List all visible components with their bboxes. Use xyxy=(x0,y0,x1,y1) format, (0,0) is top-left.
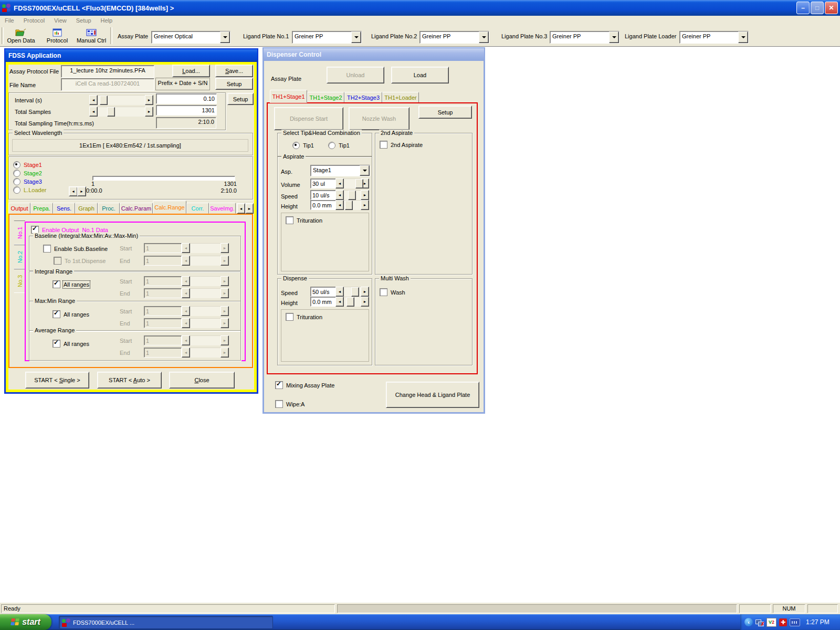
scroll-left-icon[interactable]: ◄ xyxy=(335,190,344,200)
menu-help[interactable]: Help xyxy=(96,17,118,24)
open-data-button[interactable]: Open Data xyxy=(5,26,37,45)
chevron-down-icon[interactable] xyxy=(360,165,370,176)
range-right-button[interactable]: ► xyxy=(77,186,86,196)
disp-trituration-checkbox[interactable]: Trituration xyxy=(286,313,322,321)
asp-height-input[interactable] xyxy=(310,200,337,210)
chevron-down-icon[interactable] xyxy=(351,32,361,43)
wipe-a-checkbox[interactable]: Wipe:A xyxy=(275,400,304,408)
volume-scrollbar[interactable]: ◄ ► xyxy=(335,178,369,188)
fdss-window-titlebar[interactable]: FDSS Application xyxy=(5,49,257,62)
samples-scroll-track[interactable] xyxy=(98,107,145,117)
asp-speed-scroll-thumb[interactable] xyxy=(348,191,356,200)
asp-combo[interactable]: Stage1 xyxy=(310,165,370,176)
radio-icon[interactable] xyxy=(328,142,335,149)
asp-speed-input[interactable] xyxy=(310,190,337,200)
scroll-left-icon[interactable]: ◄ xyxy=(335,200,344,210)
scroll-left-icon[interactable]: ◄ xyxy=(89,107,98,117)
scroll-right-icon[interactable]: ► xyxy=(361,200,369,210)
disp-speed-scroll-track[interactable] xyxy=(344,287,361,297)
menu-setup[interactable]: Setup xyxy=(71,17,96,24)
asp-speed-scroll-track[interactable] xyxy=(344,190,361,200)
tab-prepa[interactable]: Prepa. xyxy=(30,203,53,214)
mixing-assay-plate-checkbox[interactable]: Mixing Assay Plate xyxy=(275,381,334,389)
disp-speed-input[interactable] xyxy=(310,287,337,297)
tab-th1-loader[interactable]: TH1+Loader xyxy=(382,92,419,103)
assay-plate-combo[interactable]: Greiner Optical xyxy=(151,31,230,44)
taskbar-task-fdss[interactable]: FDSS7000EX/uCELL ... xyxy=(59,616,273,629)
checkbox-icon[interactable] xyxy=(286,216,293,224)
maximize-button[interactable]: □ xyxy=(811,2,824,14)
chevron-down-icon[interactable] xyxy=(479,32,489,43)
dispenser-setup-button[interactable]: Setup xyxy=(418,106,472,119)
scroll-right-icon[interactable]: ► xyxy=(361,190,369,200)
chevron-down-icon[interactable] xyxy=(220,32,230,43)
average-all-ranges-checkbox[interactable]: All ranges xyxy=(52,340,89,348)
ligand-plate-loader-combo[interactable]: Greiner PP xyxy=(679,31,749,44)
radio-icon[interactable] xyxy=(13,186,20,194)
asp-trituration-checkbox[interactable]: Trituration xyxy=(286,216,322,224)
tab-th2-stage3[interactable]: TH2+Stage3 xyxy=(344,92,382,103)
checkbox-icon[interactable] xyxy=(380,288,387,296)
disp-height-input[interactable] xyxy=(310,297,337,307)
scroll-left-icon[interactable]: ◄ xyxy=(89,95,98,105)
chevron-down-icon[interactable] xyxy=(738,32,748,43)
radio-icon[interactable] xyxy=(13,178,20,185)
tab-calc-range[interactable]: Calc.Range xyxy=(153,201,186,214)
scroll-left-icon[interactable]: ◄ xyxy=(335,297,344,307)
load-button[interactable]: Load... xyxy=(172,65,210,77)
ligand-plate-1-combo[interactable]: Greiner PP xyxy=(292,31,362,44)
subtab-no3[interactable]: No.3 xyxy=(14,269,26,293)
subtab-no1[interactable]: No.1 xyxy=(14,220,26,245)
menu-protocol[interactable]: Protocol xyxy=(19,17,49,24)
tab-th1-stage2[interactable]: TH1+Stage2 xyxy=(307,92,344,103)
checkbox-icon[interactable] xyxy=(275,381,283,389)
load-plate-button[interactable]: Load xyxy=(391,67,449,83)
stage1-radio[interactable]: Stage1 xyxy=(13,161,42,169)
disp-height-scrollbar[interactable]: ◄ ► xyxy=(335,297,369,307)
start-auto-button[interactable]: START < Auto > xyxy=(97,372,162,388)
sampling-setup-button[interactable]: Setup xyxy=(227,93,254,105)
radio-icon[interactable] xyxy=(13,170,20,177)
disp-speed-scroll-thumb[interactable] xyxy=(351,287,359,297)
tab-scroll-left-button[interactable]: ◄ xyxy=(237,203,245,214)
checkbox-icon[interactable] xyxy=(275,400,283,408)
ligand-plate-2-combo[interactable]: Greiner PP xyxy=(419,31,489,44)
tab-sens[interactable]: Sens. xyxy=(53,203,75,214)
stage3-radio[interactable]: Stage3 xyxy=(13,178,42,185)
tab-scroll-right-button[interactable]: ► xyxy=(245,203,254,214)
ime-v2-icon[interactable]: V2 xyxy=(766,618,776,627)
tab-graph[interactable]: Graph xyxy=(75,203,98,214)
checkbox-icon[interactable] xyxy=(43,245,51,253)
disp-height-scroll-track[interactable] xyxy=(344,297,361,307)
scroll-right-icon[interactable]: ► xyxy=(361,287,369,297)
disp-height-scroll-thumb[interactable] xyxy=(346,297,354,307)
change-head-button[interactable]: Change Head & Ligand Plate xyxy=(386,382,479,408)
filename-setup-button[interactable]: Setup xyxy=(215,78,253,90)
checkbox-icon[interactable] xyxy=(52,310,60,318)
interval-input[interactable] xyxy=(156,93,217,104)
checkbox-icon[interactable] xyxy=(52,280,60,288)
interval-scroll-track[interactable] xyxy=(98,95,145,105)
scroll-left-icon[interactable]: ◄ xyxy=(335,178,344,188)
volume-input[interactable] xyxy=(310,178,337,188)
asp-height-scroll-thumb[interactable] xyxy=(345,201,353,210)
stage2-radio[interactable]: Stage2 xyxy=(13,170,42,177)
menu-file[interactable]: File xyxy=(0,17,19,24)
keyboard-tray-icon[interactable] xyxy=(790,618,800,626)
manual-ctrl-button[interactable]: Manual Ctrl xyxy=(75,26,108,45)
scroll-right-icon[interactable]: ► xyxy=(361,297,369,307)
samples-scroll-thumb[interactable] xyxy=(107,107,115,117)
tip1-b-radio[interactable]: Tip1 xyxy=(328,142,350,149)
asp-height-scrollbar[interactable]: ◄ ► xyxy=(335,200,369,210)
close-dialog-button[interactable]: Close xyxy=(169,372,235,388)
integral-all-ranges-checkbox[interactable]: All ranges xyxy=(52,280,89,288)
tab-calc-param[interactable]: Calc.Param xyxy=(120,203,153,214)
range-left-button[interactable]: ◄ xyxy=(69,186,78,196)
checkbox-icon[interactable] xyxy=(52,340,60,348)
scroll-left-icon[interactable]: ◄ xyxy=(335,287,344,297)
dispenser-window-titlebar[interactable]: Dispenser Control xyxy=(264,48,484,61)
start-single-button[interactable]: START < Single > xyxy=(25,372,89,388)
tray-collapse-chevron-icon[interactable]: ‹ xyxy=(744,618,753,626)
save-button[interactable]: Save... xyxy=(215,65,253,77)
maxmin-all-ranges-checkbox[interactable]: All ranges xyxy=(52,310,89,318)
